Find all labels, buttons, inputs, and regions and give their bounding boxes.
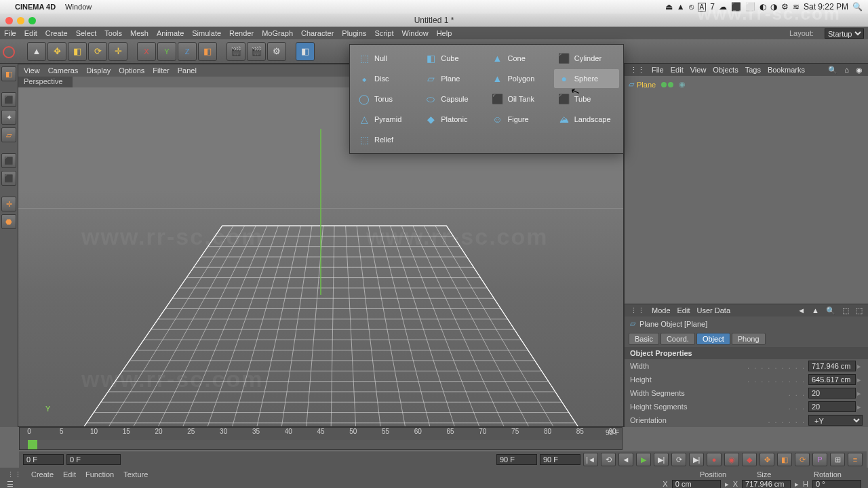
menu-render[interactable]: Render [229,29,254,37]
move-tool[interactable]: ✥ [47,42,66,61]
next-frame[interactable]: ▶| [654,453,669,466]
menu-select[interactable]: Select [76,29,97,37]
om-edit[interactable]: Edit [671,66,684,74]
app-name[interactable]: CINEMA 4D [15,3,56,11]
attrib-userdata[interactable]: User Data [697,306,731,314]
spinner-icon[interactable]: ▸ [856,403,863,411]
home-icon[interactable]: ⌂ [844,66,849,74]
primitive-relief[interactable]: ⬚Relief [354,130,419,149]
status-icon[interactable]: ☁ [719,2,727,12]
orientation-select[interactable]: +Y [808,415,863,426]
primitive-platonic[interactable]: ◆Platonic [420,110,486,129]
mat-texture[interactable]: Texture [123,470,148,479]
lock-icon[interactable]: ⬚ [842,306,849,315]
tab-object[interactable]: Object [696,333,730,345]
undo-icon[interactable] [3,46,15,58]
primitive-pyramid[interactable]: △Pyramid [354,110,419,129]
scale-tool[interactable]: ◧ [68,42,87,61]
close-icon[interactable] [5,17,13,24]
status-icon[interactable]: ⎋ [689,2,694,12]
key-opts[interactable]: ≡ [848,453,863,466]
attrib-edit[interactable]: Edit [677,306,690,314]
grip-icon[interactable]: ⋮⋮ [630,66,645,75]
rotate-tool[interactable]: ⟳ [88,42,107,61]
z-axis-lock[interactable]: Z [178,42,197,61]
axis-mode[interactable]: ✛ [1,197,16,211]
menu-window[interactable]: Window [402,29,429,37]
tab-basic[interactable]: Basic [629,333,659,345]
menu-mesh[interactable]: Mesh [130,29,149,37]
attrib-mode[interactable]: Mode [652,306,671,314]
pos-x-input[interactable] [672,480,721,489]
key-scale[interactable]: ◧ [777,453,792,466]
width-input[interactable] [808,361,856,371]
grip-icon[interactable]: ⋮⋮ [7,470,22,479]
primitive-plane[interactable]: ▱Plane [420,69,486,88]
menu-simulate[interactable]: Simulate [192,29,221,37]
live-select-tool[interactable]: ▲ [27,42,46,61]
tweak-mode[interactable]: ⬣ [1,214,16,229]
mat-create[interactable]: Create [31,470,54,479]
primitive-cube[interactable]: ◧Cube [420,49,486,68]
menu-plugins[interactable]: Plugins [342,29,366,37]
primitive-landscape[interactable]: ⛰Landscape [554,110,619,129]
key-rot[interactable]: ⟳ [795,453,810,466]
key-pla[interactable]: ⊞ [830,453,845,466]
goto-end[interactable]: ▶| [689,453,704,466]
object-manager[interactable]: ▱ Plane ◉ [625,76,868,304]
menu-help[interactable]: Help [437,29,452,37]
size-x-input[interactable] [742,480,791,489]
visibility-editor[interactable] [661,82,667,87]
view-menu-options[interactable]: Options [119,66,144,75]
om-objects[interactable]: Objects [713,66,738,74]
status-icon[interactable]: ▲ [677,2,685,12]
primitive-figure[interactable]: ☺Figure [488,110,553,129]
object-row-plane[interactable]: ▱ Plane ◉ [629,80,864,89]
y-axis-lock[interactable]: Y [157,42,176,61]
autokey-button[interactable]: ◉ [724,453,739,466]
phong-tag-icon[interactable]: ◉ [679,80,686,89]
height-input[interactable] [808,374,856,385]
primitive-polygon[interactable]: ▲Polygon [488,69,553,88]
primitive-cylinder[interactable]: ⬛Cylinder [554,49,619,68]
nav-up-icon[interactable]: ▲ [812,306,819,314]
primitive-tube[interactable]: ⬛Tube [554,89,619,108]
status-icon[interactable]: ◐ [760,2,766,12]
primitive-sphere[interactable]: ●Sphere [554,69,619,88]
rot-h-input[interactable] [812,480,861,489]
spinner-icon[interactable]: ▸ [795,480,799,489]
primitive-cube-button[interactable]: ◧ [296,42,315,61]
primitive-disc[interactable]: ⬥Disc [354,69,419,88]
menu-tools[interactable]: Tools [104,29,122,37]
menu-file[interactable]: File [4,29,16,37]
primitive-torus[interactable]: ◯Torus [354,89,419,108]
timeline-ruler[interactable]: 051015202530354045505560657075808590 [20,428,622,440]
primitive-cone[interactable]: ▲Cone [488,49,553,68]
status-icon[interactable]: ⬜ [745,2,755,12]
render-settings[interactable]: ⚙ [267,42,286,61]
end-frame-2[interactable] [540,454,580,465]
mat-edit[interactable]: Edit [63,470,76,479]
end-frame[interactable] [496,454,537,465]
layout-select[interactable]: Startup [825,28,864,39]
nav-back-icon[interactable]: ◄ [797,306,805,314]
eye-icon[interactable]: ◉ [856,66,863,75]
menu-animate[interactable]: Animate [157,29,184,37]
menu-mograph[interactable]: MoGraph [262,29,293,37]
play-button[interactable]: ▶ [636,453,651,466]
keyframe-sel[interactable]: ◆ [742,453,757,466]
om-file[interactable]: File [652,66,664,74]
status-icon[interactable]: ◑ [770,2,777,12]
record-button[interactable]: ● [707,453,722,466]
current-frame[interactable] [66,454,121,465]
key-param[interactable]: P [812,453,827,466]
clock[interactable]: Sat 9:22 PM [804,2,848,12]
zoom-icon[interactable] [28,17,36,24]
goto-start[interactable]: |◄ [583,453,598,466]
menu-edit[interactable]: Edit [24,29,37,37]
goto-prev-key[interactable]: ⟲ [601,453,616,466]
menu-create[interactable]: Create [45,29,68,37]
search-icon[interactable]: 🔍 [828,66,837,75]
mat-function[interactable]: Function [85,470,114,479]
new-icon[interactable]: ⬚ [856,306,863,315]
